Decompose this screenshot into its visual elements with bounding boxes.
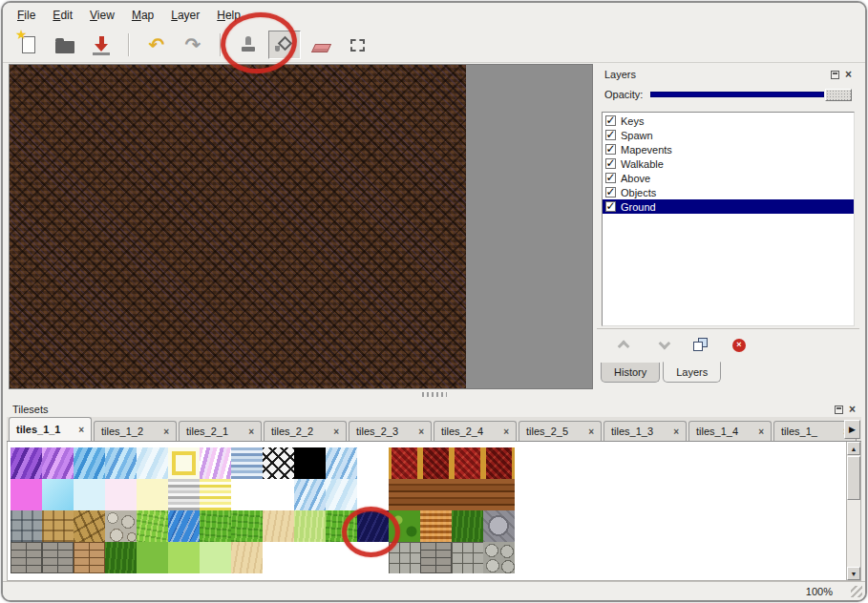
tile-grassgreen[interactable]: [200, 510, 231, 542]
tile-grasspale[interactable]: [200, 542, 231, 573]
horizontal-splitter[interactable]: [3, 389, 865, 400]
tile-navy[interactable]: [357, 510, 389, 542]
layer-visibility-checkbox[interactable]: ✓: [605, 187, 616, 198]
undo-button[interactable]: ↶: [140, 31, 173, 59]
tile-grassdark[interactable]: [452, 510, 483, 542]
tile-white[interactable]: [357, 479, 389, 510]
tile-palepink[interactable]: [105, 479, 137, 510]
raise-layer-button[interactable]: [612, 335, 637, 356]
tileset-tab[interactable]: tiles_1_4 ×: [688, 421, 772, 441]
layer-row[interactable]: ✓ Above: [603, 171, 854, 185]
open-map-button[interactable]: [49, 31, 81, 59]
tile-grassdark[interactable]: [105, 542, 137, 573]
tile-cyan[interactable]: [42, 479, 74, 510]
tile-grassgreen[interactable]: [326, 510, 357, 542]
layer-visibility-checkbox[interactable]: ✓: [605, 158, 616, 169]
tileset-tab[interactable]: tiles_2_2 ×: [264, 421, 347, 441]
layer-visibility-checkbox[interactable]: ✓: [605, 144, 616, 155]
tile-cobble[interactable]: [483, 542, 515, 573]
tile-stonegray[interactable]: [11, 510, 42, 542]
tab-close-icon[interactable]: ×: [418, 426, 424, 437]
tile-weave[interactable]: [420, 510, 452, 542]
float-panel-icon[interactable]: [835, 405, 843, 414]
menu-item[interactable]: Edit: [44, 5, 81, 26]
menu-item[interactable]: Help: [208, 5, 249, 26]
layer-visibility-checkbox[interactable]: ✓: [605, 130, 616, 140]
redo-button[interactable]: ↷: [177, 31, 209, 59]
tile-stripegray[interactable]: [168, 479, 200, 510]
scroll-down-button[interactable]: ▼: [847, 567, 860, 580]
tile-rockgray[interactable]: [483, 510, 515, 542]
tile-carpetB[interactable]: [483, 447, 515, 479]
layer-row[interactable]: ✓ Ground: [603, 199, 854, 214]
panel-tab[interactable]: Layers: [663, 362, 721, 383]
tile-white[interactable]: [263, 542, 294, 573]
tileset-tab[interactable]: tiles_1_1 ×: [9, 417, 92, 441]
tile-brickgray[interactable]: [420, 542, 452, 573]
tile-grassbright[interactable]: [137, 510, 168, 542]
tile-carpetA[interactable]: [452, 447, 483, 479]
tile-grassgreen[interactable]: [231, 510, 263, 542]
tileset-tab[interactable]: tiles_2_1 ×: [179, 421, 262, 441]
tile-sand[interactable]: [263, 510, 294, 542]
tileset-tab[interactable]: tiles_1_2 ×: [94, 421, 177, 441]
tile-stripepink[interactable]: [200, 447, 231, 479]
tile-paleyellow[interactable]: [137, 479, 168, 510]
tile-wood[interactable]: [483, 479, 515, 510]
tile-palecyan[interactable]: [74, 479, 105, 510]
select-tool-button[interactable]: [341, 31, 373, 59]
menu-item[interactable]: Map: [123, 5, 162, 26]
tile-brickgray[interactable]: [11, 542, 42, 573]
tile-white[interactable]: [263, 479, 294, 510]
tile-carpetB[interactable]: [420, 447, 452, 479]
menu-item[interactable]: View: [81, 5, 123, 26]
tileset-tab[interactable]: tiles_2_5 ×: [519, 421, 602, 441]
tile-pink[interactable]: [11, 479, 42, 510]
tile-crystal2[interactable]: [42, 447, 74, 479]
tab-close-icon[interactable]: ×: [333, 426, 339, 437]
tab-close-icon[interactable]: ×: [78, 425, 84, 435]
tile-water2[interactable]: [105, 447, 137, 479]
map-canvas-area[interactable]: [9, 64, 593, 389]
tab-scroll-right-button[interactable]: ▶: [844, 420, 860, 439]
tile-grasspatch[interactable]: [389, 510, 420, 542]
layer-visibility-checkbox[interactable]: ✓: [605, 115, 616, 126]
close-panel-icon[interactable]: ×: [845, 70, 852, 79]
tab-close-icon[interactable]: ×: [758, 426, 764, 437]
tile-grasslight2[interactable]: [294, 510, 326, 542]
layer-row[interactable]: ✓ Keys: [603, 114, 854, 128]
tab-close-icon[interactable]: ×: [588, 426, 594, 437]
tile-waterstreak[interactable]: [326, 447, 357, 479]
opacity-slider-track[interactable]: [650, 92, 824, 97]
layer-visibility-checkbox[interactable]: ✓: [605, 173, 616, 183]
tile-stones[interactable]: [452, 542, 483, 573]
panel-tab[interactable]: History: [601, 363, 660, 383]
tile-lattice[interactable]: [263, 447, 294, 479]
scrollbar-thumb[interactable]: [847, 456, 860, 500]
tile-white[interactable]: [357, 447, 389, 479]
tile-brickgray[interactable]: [42, 542, 74, 573]
tile-wood[interactable]: [452, 479, 483, 510]
vertical-scrollbar[interactable]: ▲ ▼: [846, 442, 860, 580]
tab-close-icon[interactable]: ×: [503, 426, 509, 437]
tile-stones[interactable]: [389, 542, 420, 573]
scroll-up-button[interactable]: ▲: [847, 442, 860, 455]
tile-white[interactable]: [294, 542, 326, 573]
layer-row[interactable]: ✓ Spawn: [603, 128, 854, 142]
tab-close-icon[interactable]: ×: [163, 426, 169, 437]
lower-layer-button[interactable]: [650, 335, 675, 356]
tab-close-icon[interactable]: ×: [673, 426, 679, 437]
tile-grasslight[interactable]: [168, 542, 200, 573]
layer-visibility-checkbox[interactable]: ✓: [605, 201, 616, 212]
tile-stripeyellow[interactable]: [200, 479, 231, 510]
tileset-tab[interactable]: tiles_1_3 ×: [603, 421, 687, 441]
layer-row[interactable]: ✓ Mapevents: [603, 142, 854, 156]
tile-waterpale[interactable]: [326, 479, 357, 510]
opacity-slider[interactable]: [650, 88, 852, 101]
duplicate-layer-button[interactable]: [688, 335, 713, 356]
menu-item[interactable]: File: [9, 5, 44, 26]
tile-white[interactable]: [231, 479, 263, 510]
tileset-tab[interactable]: tiles_2_3 ×: [349, 421, 432, 441]
tile-waterpale[interactable]: [137, 447, 168, 479]
tab-close-icon[interactable]: ×: [248, 426, 254, 437]
